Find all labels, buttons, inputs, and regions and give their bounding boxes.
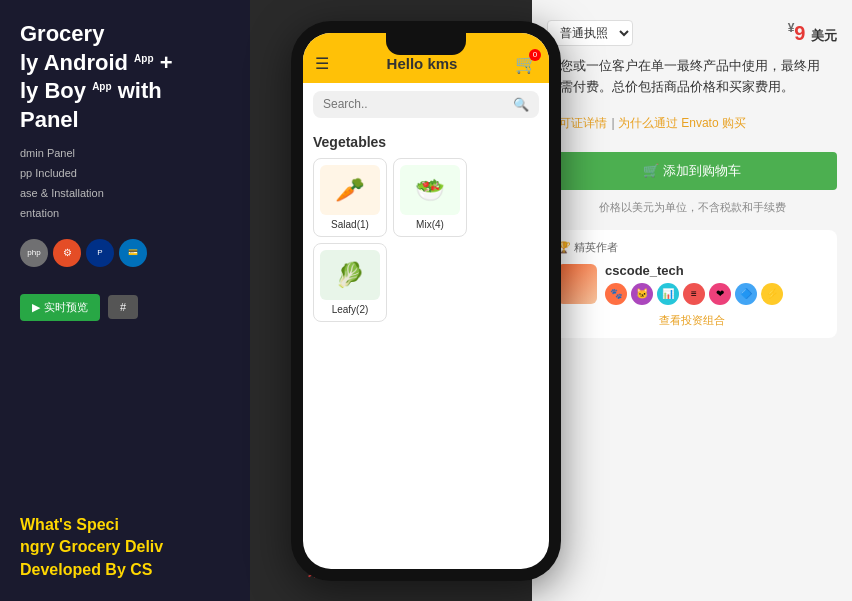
author-name: cscode_tech: [605, 263, 783, 278]
badge-7: ⚡: [761, 283, 783, 305]
product-card[interactable]: 🥕Salad(1): [313, 158, 387, 237]
license-dropdown[interactable]: 普通执照: [547, 20, 633, 46]
badge-5: ❤: [709, 283, 731, 305]
bottom-title: What's Speci ngry Grocery Deliv Develope…: [20, 514, 230, 581]
author-section: 🏆 精英作者 cscode_tech 🐾 🐱 📊 ≡ ❤ 🔷 ⚡ 查看投资组合: [547, 230, 837, 338]
secondary-button[interactable]: #: [108, 295, 138, 319]
author-info: cscode_tech 🐾 🐱 📊 ≡ ❤ 🔷 ⚡: [557, 263, 827, 305]
price-display: ¥9 美元: [788, 21, 837, 45]
cart-button[interactable]: 🛒 0: [515, 53, 537, 75]
preview-label: 实时预览: [44, 300, 88, 315]
product-name: Mix(4): [400, 219, 460, 230]
badge-4: ≡: [683, 283, 705, 305]
menu-icon[interactable]: ☰: [315, 54, 329, 73]
add-to-cart-button[interactable]: 🛒 添加到购物车: [547, 152, 837, 190]
badge-1: 🐾: [605, 283, 627, 305]
paypal-badge: P: [86, 239, 114, 267]
product-image: 🥗: [400, 165, 460, 215]
author-label: 🏆 精英作者: [557, 240, 827, 255]
right-top-bar: 普通执照 ¥9 美元: [547, 20, 837, 46]
background-left: Grocery ly Android App + ly Boy App with…: [0, 0, 250, 601]
search-input-wrap[interactable]: 🔍: [313, 91, 539, 118]
tech-badges: php ⚙ P 💳: [20, 239, 230, 267]
bg-features: dmin Panel pp Included ase & Installatio…: [20, 144, 230, 223]
right-description: 由您或一位客户在单一最终产品中使用，最终用 无需付费。总价包括商品价格和买家费用…: [547, 56, 837, 98]
app-content: Vegetables 🥕Salad(1)🥗Mix(4)🥬Leafy(2): [303, 126, 549, 569]
bg-title: Grocery ly Android App + ly Boy App with…: [20, 20, 230, 134]
product-image: 🥕: [320, 165, 380, 215]
search-bar: 🔍: [303, 83, 549, 126]
search-input[interactable]: [323, 97, 507, 111]
author-badges: 🐾 🐱 📊 ≡ ❤ 🔷 ⚡: [605, 283, 783, 305]
phone-notch: [386, 33, 466, 55]
search-icon: 🔍: [513, 97, 529, 112]
php-badge: php: [20, 239, 48, 267]
view-portfolio-link[interactable]: 查看投资组合: [557, 313, 827, 328]
html-badge: ⚙: [53, 239, 81, 267]
cart-badge: 0: [529, 49, 541, 61]
product-card[interactable]: 🥗Mix(4): [393, 158, 467, 237]
preview-icon: ▶: [32, 301, 40, 314]
product-grid: 🥕Salad(1)🥗Mix(4)🥬Leafy(2): [313, 158, 539, 322]
product-name: Leafy(2): [320, 304, 380, 315]
product-card[interactable]: 🥬Leafy(2): [313, 243, 387, 322]
preview-button[interactable]: ▶ 实时预览: [20, 294, 100, 321]
app-title: Hello kms: [387, 55, 458, 72]
badge-2: 🐱: [631, 283, 653, 305]
pay-badge: 💳: [119, 239, 147, 267]
product-name: Salad(1): [320, 219, 380, 230]
product-image: 🥬: [320, 250, 380, 300]
badge-6: 🔷: [735, 283, 757, 305]
phone-screen: ☰ Hello kms 🛒 0 🔍 Vegetables 🥕Salad(1)🥗M…: [303, 33, 549, 569]
author-avatar: [557, 264, 597, 304]
section-title: Vegetables: [313, 134, 539, 150]
background-right: 普通执照 ¥9 美元 由您或一位客户在单一最终产品中使用，最终用 无需付费。总价…: [532, 0, 852, 601]
phone-mockup: ☰ Hello kms 🛒 0 🔍 Vegetables 🥕Salad(1)🥗M…: [291, 21, 561, 581]
badge-3: 📊: [657, 283, 679, 305]
price-note: 价格以美元为单位，不含税款和手续费: [547, 200, 837, 215]
envato-link[interactable]: 为什么通过 Envato 购买: [618, 116, 746, 130]
